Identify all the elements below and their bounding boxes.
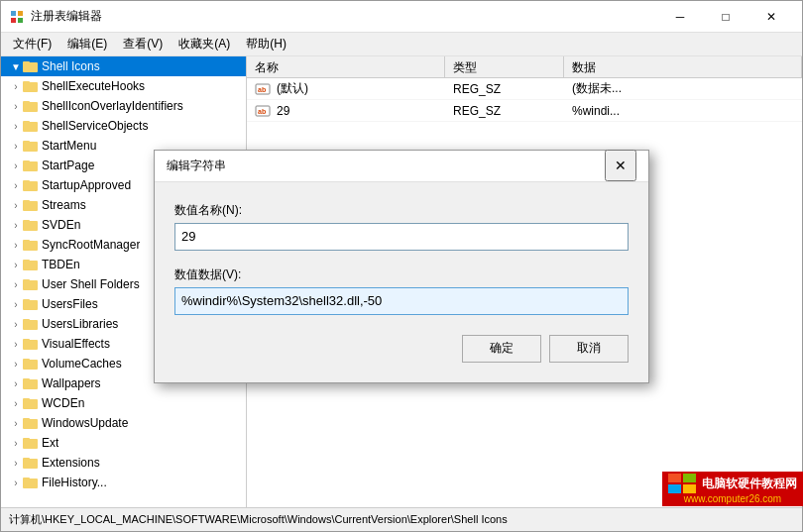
name-input[interactable] bbox=[174, 223, 629, 251]
edit-string-dialog: 编辑字符串 ✕ 数值名称(N): 数值数据(V): 确定 取消 bbox=[154, 150, 649, 383]
data-form-group: 数值数据(V): bbox=[174, 266, 629, 315]
data-label: 数值数据(V): bbox=[174, 266, 629, 283]
data-input[interactable] bbox=[174, 287, 629, 315]
name-form-group: 数值名称(N): bbox=[174, 202, 629, 251]
dialog-body: 数值名称(N): 数值数据(V): 确定 取消 bbox=[155, 182, 648, 382]
name-label: 数值名称(N): bbox=[174, 202, 629, 219]
dialog-title: 编辑字符串 bbox=[167, 158, 605, 174]
cancel-button[interactable]: 取消 bbox=[549, 335, 629, 363]
dialog-title-bar: 编辑字符串 ✕ bbox=[155, 151, 648, 182]
dialog-buttons: 确定 取消 bbox=[174, 331, 629, 363]
ok-button[interactable]: 确定 bbox=[462, 335, 541, 363]
dialog-close-button[interactable]: ✕ bbox=[605, 150, 636, 181]
dialog-overlay: 编辑字符串 ✕ 数值名称(N): 数值数据(V): 确定 取消 bbox=[0, 0, 803, 532]
